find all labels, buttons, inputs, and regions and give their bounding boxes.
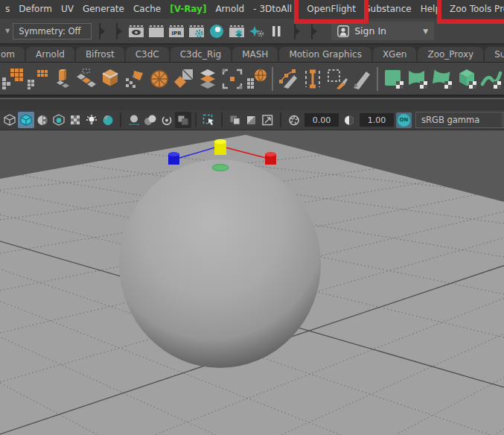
sphere-object[interactable]	[119, 159, 321, 368]
render-view-button[interactable]	[126, 22, 146, 41]
use-default-material-button[interactable]	[34, 112, 51, 128]
shelf-button-mash-orient[interactable]	[147, 65, 172, 93]
toolbar-grip[interactable]	[114, 22, 121, 40]
shelf-button-mash-dynamics[interactable]	[98, 65, 123, 93]
menu-item-generate[interactable]: Generate	[78, 0, 129, 19]
paint-effects-render-button[interactable]	[246, 22, 267, 41]
menu-item-arnold[interactable]: Arnold	[211, 0, 249, 19]
render-settings-button[interactable]	[186, 22, 206, 41]
shelf-separator	[377, 67, 378, 91]
lighting-button[interactable]	[83, 112, 100, 128]
shelf-button-mash-placer[interactable]	[123, 65, 147, 93]
shelf-tab-c3dc[interactable]: C3dC	[126, 47, 169, 62]
menu-item-cache[interactable]: Cache	[129, 0, 165, 19]
shelf-button-zoo-curved-b[interactable]	[430, 65, 455, 93]
pan-zoom-button[interactable]	[260, 112, 276, 128]
hypershade-button[interactable]	[206, 22, 226, 41]
toolbar-grip[interactable]	[278, 112, 284, 127]
shelf-tab-substance[interactable]: Substance	[485, 47, 504, 62]
menu-item-zoo-tools-pro[interactable]: Zoo Tools Pro	[445, 0, 504, 19]
wireframe-on-shaded-button[interactable]	[67, 112, 83, 128]
shelf-tab-zoo-proxy[interactable]: Zoo_Proxy	[418, 47, 483, 62]
shelf-button-zoo-plane[interactable]	[381, 65, 406, 93]
mash-offset-icon	[197, 68, 219, 90]
shelf-button-curve-frame[interactable]	[301, 65, 325, 93]
viewport	[0, 130, 504, 435]
render-setup-icon	[228, 24, 246, 39]
menu-item-substance[interactable]: Substance	[360, 0, 416, 19]
exposure-aperture-icon	[287, 114, 301, 127]
motion-blur-button[interactable]	[159, 112, 175, 128]
user-icon	[337, 25, 349, 37]
pause-button[interactable]	[267, 22, 287, 41]
wireframe-button[interactable]	[1, 112, 18, 128]
shelf-button-mash-world[interactable]	[245, 65, 269, 93]
gamma-field[interactable]: 1.00	[360, 113, 394, 127]
shelf-tab-mash[interactable]: MASH	[232, 47, 278, 62]
color-space-select[interactable]: sRGB gamma ▼	[415, 112, 504, 128]
shelf-button-mash-falloff[interactable]	[220, 65, 245, 93]
shelf-button-mash-trail[interactable]	[74, 65, 98, 93]
shelf-tab-c3dc-rig[interactable]: C3dc_Rig	[170, 47, 232, 62]
use-all-lights-button[interactable]	[100, 112, 116, 128]
anti-aliasing-button[interactable]	[175, 112, 191, 128]
menu-item-3dtoall[interactable]: - 3DtoAll -	[249, 0, 302, 19]
shelf-button-mash-distribute[interactable]	[1, 65, 25, 93]
menu-item-deform[interactable]: Deform	[14, 0, 57, 19]
menu-item-uv[interactable]: UV	[57, 0, 78, 19]
render-current-frame-button[interactable]	[146, 22, 166, 41]
toolbar-grip[interactable]	[118, 112, 124, 127]
shelf-button-zoo-curved-a[interactable]	[406, 65, 430, 93]
shelf-tab-arnold[interactable]: Arnold	[26, 47, 74, 62]
menu-item-openflight[interactable]: OpenFlight	[302, 0, 360, 19]
shelf-tab-xgen[interactable]: XGen	[373, 47, 417, 62]
shelf-tab-motion-graphics[interactable]: Motion Graphics	[279, 47, 371, 62]
toolbar-grip[interactable]	[220, 112, 225, 127]
textured-button[interactable]	[51, 112, 67, 128]
manipulator-z-handle-blue[interactable]	[168, 152, 179, 165]
zoo-cube-icon	[456, 68, 478, 90]
shelf-button-mash-grid[interactable]	[25, 65, 50, 93]
shelf-button-curve-pen[interactable]	[276, 65, 301, 93]
viewport-canvas[interactable]	[0, 130, 504, 435]
symmetry-select[interactable]: Symmetry: Off	[13, 23, 92, 39]
menu-item-cut[interactable]: s	[1, 0, 14, 19]
toolbar-grip[interactable]	[292, 22, 299, 40]
color-management-toggle[interactable]: ON	[396, 112, 412, 128]
render-view-icon	[127, 24, 145, 39]
contrast-button[interactable]	[341, 112, 357, 128]
toolbar-grip[interactable]	[309, 22, 316, 40]
render-setup-button[interactable]	[226, 22, 246, 41]
shelf-tab-custom[interactable]: om	[0, 47, 25, 62]
manipulator-center-handle-yellow[interactable]	[214, 139, 226, 155]
shelf-button-mash-color[interactable]	[171, 65, 196, 93]
xray-icon	[229, 114, 242, 127]
manipulator-x-handle-red[interactable]	[265, 152, 276, 165]
ambient-occlusion-button[interactable]	[142, 112, 159, 128]
isolate-select-button[interactable]	[201, 112, 217, 128]
shelf-tab-bifrost[interactable]: Bifrost	[76, 47, 124, 62]
exposure-button[interactable]	[286, 112, 302, 128]
shelf-button-pen[interactable]	[349, 65, 374, 93]
shadows-button[interactable]	[126, 112, 142, 128]
shelf-button-mash-instancer[interactable]	[50, 65, 74, 93]
manipulator-y-ring-green[interactable]	[212, 165, 229, 171]
xray-active-button[interactable]	[243, 112, 260, 128]
shelf-button-zoo-curl[interactable]	[479, 65, 503, 93]
toolbar-collapse-icon[interactable]: ▼	[2, 28, 13, 34]
toolbar-grip[interactable]	[97, 22, 103, 40]
toolbar-grip[interactable]	[194, 112, 199, 127]
exposure-field[interactable]: 0.00	[304, 113, 339, 127]
shelf-button-zoo-cube[interactable]	[454, 65, 479, 93]
menu-item-vray[interactable]: [V-Ray]	[165, 0, 211, 19]
sign-in-button[interactable]: Sign In ▼	[331, 22, 434, 40]
ipr-render-button[interactable]: IPR	[166, 22, 186, 41]
zoo-curl-icon	[480, 68, 503, 90]
curve-pen-icon	[278, 68, 300, 90]
motion-blur-icon	[160, 114, 173, 127]
smooth-shade-all-button[interactable]	[18, 112, 34, 128]
xray-button[interactable]	[227, 112, 243, 128]
shelf-button-mash-offset[interactable]	[196, 65, 220, 93]
shelf-button-curve-brush[interactable]	[325, 65, 350, 93]
menu-item-help[interactable]: Help	[416, 0, 445, 19]
